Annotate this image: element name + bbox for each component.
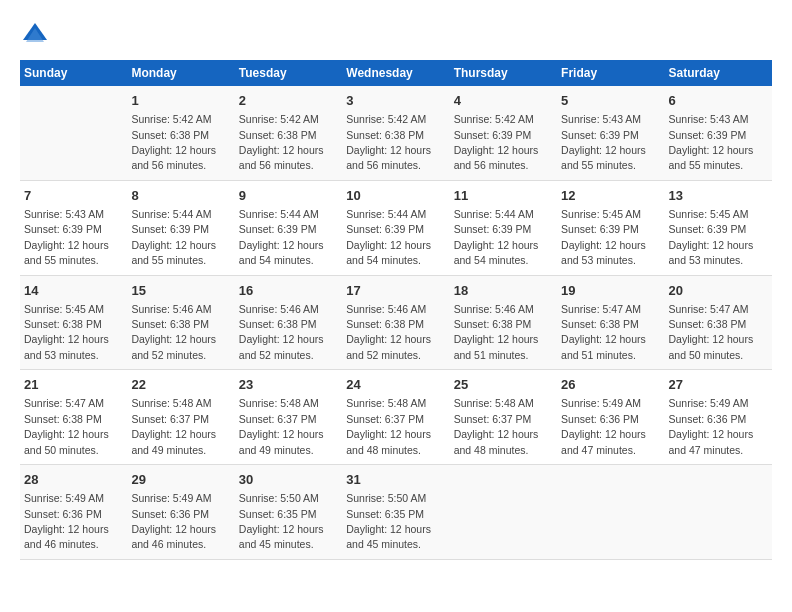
calendar-week-row: 21Sunrise: 5:47 AMSunset: 6:38 PMDayligh… [20,370,772,465]
sunrise-text: Sunrise: 5:49 AM [561,397,641,409]
sunset-text: Sunset: 6:37 PM [239,413,317,425]
daylight-text: Daylight: 12 hours and 55 minutes. [669,144,754,171]
calendar-cell: 20Sunrise: 5:47 AMSunset: 6:38 PMDayligh… [665,275,772,370]
calendar-cell: 12Sunrise: 5:45 AMSunset: 6:39 PMDayligh… [557,180,664,275]
calendar-cell: 27Sunrise: 5:49 AMSunset: 6:36 PMDayligh… [665,370,772,465]
daylight-text: Daylight: 12 hours and 54 minutes. [346,239,431,266]
day-number: 6 [669,92,768,110]
calendar-cell: 31Sunrise: 5:50 AMSunset: 6:35 PMDayligh… [342,465,449,560]
sunrise-text: Sunrise: 5:46 AM [239,303,319,315]
day-number: 20 [669,282,768,300]
daylight-text: Daylight: 12 hours and 56 minutes. [131,144,216,171]
day-number: 27 [669,376,768,394]
sunset-text: Sunset: 6:39 PM [454,129,532,141]
calendar-table: Sunday Monday Tuesday Wednesday Thursday… [20,60,772,560]
daylight-text: Daylight: 12 hours and 50 minutes. [24,428,109,455]
sunset-text: Sunset: 6:38 PM [131,318,209,330]
sunrise-text: Sunrise: 5:49 AM [24,492,104,504]
sunset-text: Sunset: 6:38 PM [346,318,424,330]
sunset-text: Sunset: 6:39 PM [669,129,747,141]
daylight-text: Daylight: 12 hours and 47 minutes. [561,428,646,455]
day-number: 23 [239,376,338,394]
day-number: 3 [346,92,445,110]
calendar-week-row: 14Sunrise: 5:45 AMSunset: 6:38 PMDayligh… [20,275,772,370]
calendar-cell: 25Sunrise: 5:48 AMSunset: 6:37 PMDayligh… [450,370,557,465]
calendar-week-row: 1Sunrise: 5:42 AMSunset: 6:38 PMDaylight… [20,86,772,180]
sunset-text: Sunset: 6:36 PM [131,508,209,520]
calendar-cell: 19Sunrise: 5:47 AMSunset: 6:38 PMDayligh… [557,275,664,370]
calendar-cell: 15Sunrise: 5:46 AMSunset: 6:38 PMDayligh… [127,275,234,370]
day-number: 19 [561,282,660,300]
day-number: 13 [669,187,768,205]
daylight-text: Daylight: 12 hours and 52 minutes. [131,333,216,360]
calendar-cell: 24Sunrise: 5:48 AMSunset: 6:37 PMDayligh… [342,370,449,465]
daylight-text: Daylight: 12 hours and 53 minutes. [561,239,646,266]
calendar-week-row: 7Sunrise: 5:43 AMSunset: 6:39 PMDaylight… [20,180,772,275]
day-number: 31 [346,471,445,489]
calendar-cell: 18Sunrise: 5:46 AMSunset: 6:38 PMDayligh… [450,275,557,370]
sunrise-text: Sunrise: 5:45 AM [24,303,104,315]
daylight-text: Daylight: 12 hours and 49 minutes. [239,428,324,455]
col-friday: Friday [557,60,664,86]
sunset-text: Sunset: 6:38 PM [454,318,532,330]
calendar-body: 1Sunrise: 5:42 AMSunset: 6:38 PMDaylight… [20,86,772,559]
sunset-text: Sunset: 6:38 PM [24,318,102,330]
sunset-text: Sunset: 6:38 PM [669,318,747,330]
sunrise-text: Sunrise: 5:44 AM [346,208,426,220]
sunset-text: Sunset: 6:39 PM [561,129,639,141]
sunrise-text: Sunrise: 5:48 AM [346,397,426,409]
daylight-text: Daylight: 12 hours and 45 minutes. [346,523,431,550]
sunrise-text: Sunrise: 5:47 AM [561,303,641,315]
daylight-text: Daylight: 12 hours and 47 minutes. [669,428,754,455]
col-monday: Monday [127,60,234,86]
calendar-cell [557,465,664,560]
sunrise-text: Sunrise: 5:46 AM [131,303,211,315]
daylight-text: Daylight: 12 hours and 49 minutes. [131,428,216,455]
sunset-text: Sunset: 6:37 PM [454,413,532,425]
day-number: 14 [24,282,123,300]
sunset-text: Sunset: 6:39 PM [24,223,102,235]
sunset-text: Sunset: 6:36 PM [561,413,639,425]
calendar-cell: 23Sunrise: 5:48 AMSunset: 6:37 PMDayligh… [235,370,342,465]
calendar-cell: 11Sunrise: 5:44 AMSunset: 6:39 PMDayligh… [450,180,557,275]
daylight-text: Daylight: 12 hours and 53 minutes. [24,333,109,360]
calendar-cell: 10Sunrise: 5:44 AMSunset: 6:39 PMDayligh… [342,180,449,275]
calendar-cell: 14Sunrise: 5:45 AMSunset: 6:38 PMDayligh… [20,275,127,370]
sunset-text: Sunset: 6:38 PM [561,318,639,330]
day-number: 30 [239,471,338,489]
logo [20,20,54,50]
sunrise-text: Sunrise: 5:48 AM [131,397,211,409]
col-saturday: Saturday [665,60,772,86]
daylight-text: Daylight: 12 hours and 54 minutes. [239,239,324,266]
daylight-text: Daylight: 12 hours and 46 minutes. [131,523,216,550]
page-header [20,20,772,50]
calendar-cell: 22Sunrise: 5:48 AMSunset: 6:37 PMDayligh… [127,370,234,465]
calendar-cell: 6Sunrise: 5:43 AMSunset: 6:39 PMDaylight… [665,86,772,180]
day-number: 2 [239,92,338,110]
sunset-text: Sunset: 6:35 PM [346,508,424,520]
daylight-text: Daylight: 12 hours and 50 minutes. [669,333,754,360]
calendar-header: Sunday Monday Tuesday Wednesday Thursday… [20,60,772,86]
calendar-cell: 29Sunrise: 5:49 AMSunset: 6:36 PMDayligh… [127,465,234,560]
daylight-text: Daylight: 12 hours and 56 minutes. [346,144,431,171]
day-number: 24 [346,376,445,394]
sunrise-text: Sunrise: 5:42 AM [131,113,211,125]
calendar-cell: 26Sunrise: 5:49 AMSunset: 6:36 PMDayligh… [557,370,664,465]
day-number: 25 [454,376,553,394]
sunrise-text: Sunrise: 5:45 AM [669,208,749,220]
calendar-cell [450,465,557,560]
daylight-text: Daylight: 12 hours and 51 minutes. [561,333,646,360]
day-number: 21 [24,376,123,394]
sunrise-text: Sunrise: 5:50 AM [239,492,319,504]
daylight-text: Daylight: 12 hours and 48 minutes. [346,428,431,455]
daylight-text: Daylight: 12 hours and 46 minutes. [24,523,109,550]
sunrise-text: Sunrise: 5:44 AM [131,208,211,220]
day-number: 28 [24,471,123,489]
calendar-cell: 3Sunrise: 5:42 AMSunset: 6:38 PMDaylight… [342,86,449,180]
day-number: 22 [131,376,230,394]
sunset-text: Sunset: 6:35 PM [239,508,317,520]
daylight-text: Daylight: 12 hours and 55 minutes. [131,239,216,266]
daylight-text: Daylight: 12 hours and 55 minutes. [561,144,646,171]
sunrise-text: Sunrise: 5:43 AM [561,113,641,125]
calendar-cell: 4Sunrise: 5:42 AMSunset: 6:39 PMDaylight… [450,86,557,180]
